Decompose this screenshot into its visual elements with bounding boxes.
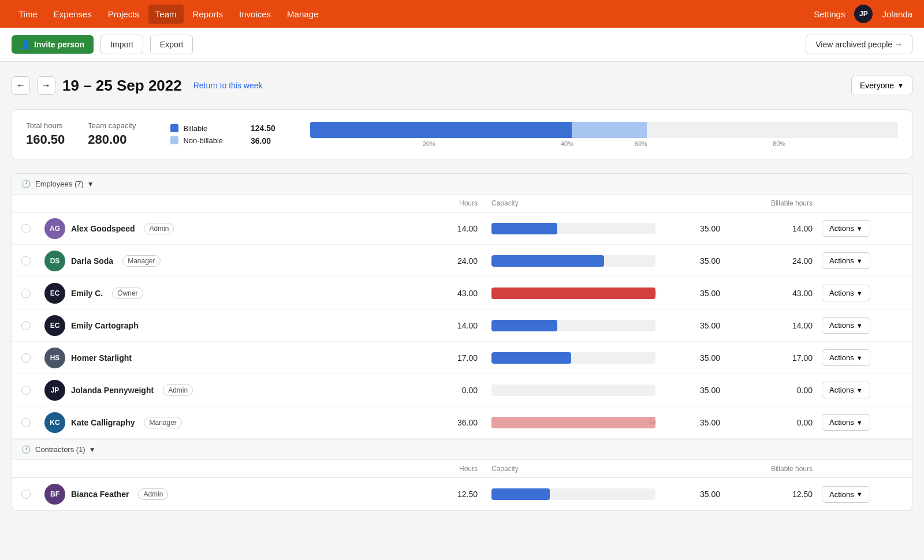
hours-kc: 36.00 <box>418 418 487 427</box>
non-billable-legend-item: Non-billable <box>170 136 223 145</box>
team-capacity-group: Team capacity 280.00 <box>88 121 136 147</box>
actions-button-ec-cart[interactable]: Actions ▼ <box>822 317 870 334</box>
next-week-button[interactable]: → <box>37 76 55 95</box>
non-billable-value: 36.00 <box>251 136 275 145</box>
chevron-down-icon: ▼ <box>856 322 863 329</box>
hours-ec-cart: 14.00 <box>418 321 487 330</box>
capacity-ds: 35.00 <box>660 256 729 266</box>
hours-ag: 14.00 <box>418 224 487 233</box>
settings-link[interactable]: Settings <box>814 9 845 19</box>
avatar-bf: BF <box>44 484 65 505</box>
marker-40: 40% <box>561 140 573 147</box>
row-checkbox-ag[interactable] <box>21 224 31 233</box>
team-capacity-value: 280.00 <box>88 132 136 147</box>
marker-20: 20% <box>423 140 435 147</box>
row-checkbox-hs[interactable] <box>21 353 31 363</box>
chevron-down-icon: ▼ <box>856 387 863 394</box>
invite-person-button[interactable]: 👤 Invite person <box>12 35 94 54</box>
over-capacity-notch-kc: ✂ <box>649 417 657 428</box>
capacity-ag: 35.00 <box>660 224 729 233</box>
row-checkbox-ec-owner[interactable] <box>21 289 31 298</box>
person-name-jp: Jolanda Pennyweight <box>71 386 154 395</box>
row-checkbox-ds[interactable] <box>21 256 31 266</box>
hours-ec-owner: 43.00 <box>418 289 487 298</box>
capacity-jp: 35.00 <box>660 386 729 395</box>
contractors-label: Contractors (1) <box>35 445 85 454</box>
capacity-bar-ds <box>487 255 660 267</box>
toolbar: 👤 Invite person Import Export View archi… <box>0 28 924 62</box>
chevron-down-icon: ▼ <box>856 257 863 264</box>
username-label[interactable]: Jolanda <box>882 9 912 19</box>
total-hours-group: Total hours 160.50 <box>26 121 65 147</box>
person-icon: 👤 <box>21 40 31 49</box>
row-checkbox-ec-cart[interactable] <box>21 321 31 330</box>
employees-section-header[interactable]: 🕐 Employees (7) ▼ <box>12 174 912 195</box>
nav-expenses[interactable]: Expenses <box>47 5 99 24</box>
total-hours-label: Total hours <box>26 121 65 130</box>
actions-button-ec-owner[interactable]: Actions ▼ <box>822 285 870 301</box>
billable-ec-owner: 43.00 <box>729 289 822 298</box>
contractors-section-header[interactable]: 🕐 Contractors (1) ▼ <box>12 439 912 460</box>
progress-bar <box>310 122 898 138</box>
view-archived-button[interactable]: View archived people → <box>806 35 912 54</box>
role-badge-ec-owner: Owner <box>112 288 143 299</box>
nav-time[interactable]: Time <box>12 5 44 24</box>
everyone-filter-button[interactable]: Everyone ▼ <box>851 76 912 95</box>
billable-bar-fill <box>310 122 572 138</box>
avatar-ec-cart: EC <box>44 315 65 336</box>
person-name-ag: Alex Goodspeed <box>71 224 135 233</box>
table-row: DS Darla Soda Manager 24.00 35.00 24.00 … <box>12 245 912 277</box>
row-checkbox-kc[interactable] <box>21 418 31 427</box>
nav-projects[interactable]: Projects <box>101 5 146 24</box>
person-info-kc: KC Kate Calligraphy Manager <box>44 412 418 433</box>
contractors-capacity-num-col <box>660 465 729 473</box>
import-button[interactable]: Import <box>100 35 143 54</box>
billable-ds: 24.00 <box>729 256 822 266</box>
hours-jp: 0.00 <box>418 386 487 395</box>
role-badge-ds: Manager <box>122 255 160 267</box>
nav-reports[interactable]: Reports <box>186 5 230 24</box>
billable-hs: 17.00 <box>729 353 822 363</box>
capacity-bar-ec-cart <box>487 320 660 331</box>
row-checkbox-bf[interactable] <box>21 490 31 499</box>
role-badge-bf: Admin <box>138 488 168 500</box>
prev-week-button[interactable]: ← <box>12 76 30 95</box>
nav-manage[interactable]: Manage <box>280 5 325 24</box>
team-capacity-label: Team capacity <box>88 121 136 130</box>
capacity-kc: 35.00 <box>660 418 729 427</box>
nav-team[interactable]: Team <box>148 5 184 24</box>
billable-ag: 14.00 <box>729 224 822 233</box>
user-avatar[interactable]: JP <box>854 5 873 23</box>
row-checkbox-jp[interactable] <box>21 386 31 395</box>
hours-ds: 24.00 <box>418 256 487 266</box>
actions-button-ag[interactable]: Actions ▼ <box>822 220 870 237</box>
person-info-ds: DS Darla Soda Manager <box>44 251 418 271</box>
capacity-bar-ec-owner: ✂ <box>487 288 660 299</box>
contractors-capacity-col: Capacity <box>487 465 660 473</box>
billable-value: 124.50 <box>251 124 275 133</box>
capacity-hs: 35.00 <box>660 353 729 363</box>
employees-chevron-icon: ▼ <box>87 180 94 188</box>
chevron-down-icon: ▼ <box>856 419 863 426</box>
actions-button-hs[interactable]: Actions ▼ <box>822 349 870 366</box>
actions-button-jp[interactable]: Actions ▼ <box>822 382 870 398</box>
capacity-col-header: Capacity <box>487 199 660 207</box>
billable-label: Billable <box>183 124 207 133</box>
actions-button-ds[interactable]: Actions ▼ <box>822 252 870 269</box>
stats-bar: Total hours 160.50 Team capacity 280.00 … <box>12 109 912 159</box>
avatar-kc: KC <box>44 412 65 433</box>
nav-links: Time Expenses Projects Team Reports Invo… <box>12 5 814 24</box>
actions-button-bf[interactable]: Actions ▼ <box>822 486 870 503</box>
chevron-down-icon: ▼ <box>856 491 863 498</box>
return-to-this-week-link[interactable]: Return to this week <box>193 81 263 90</box>
person-name-ds: Darla Soda <box>71 256 113 266</box>
actions-button-kc[interactable]: Actions ▼ <box>822 414 870 431</box>
capacity-ec-cart: 35.00 <box>660 321 729 330</box>
nav-invoices[interactable]: Invoices <box>232 5 278 24</box>
table-row: BF Bianca Feather Admin 12.50 35.00 12.5… <box>12 478 912 510</box>
non-billable-label: Non-billable <box>183 136 223 145</box>
billable-legend-item: Billable <box>170 124 223 133</box>
export-button[interactable]: Export <box>150 35 193 54</box>
person-name-ec-cart: Emily Cartograph <box>71 321 139 330</box>
person-info-ec-owner: EC Emily C. Owner <box>44 283 418 304</box>
